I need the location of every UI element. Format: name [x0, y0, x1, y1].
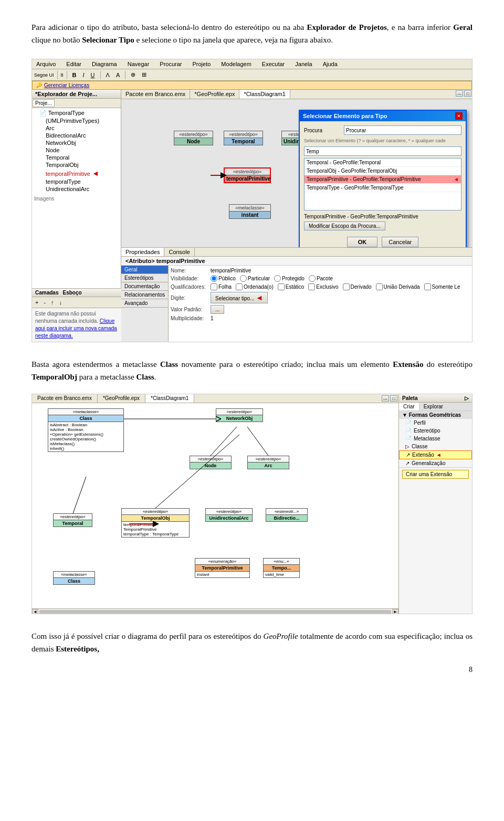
toolbar-italic-btn[interactable]: I: [81, 71, 87, 79]
props-chk-estatico[interactable]: Estático: [278, 283, 304, 290]
tree-item-temporalobj[interactable]: TemporalObj: [33, 161, 120, 169]
ide2-minimize-btn[interactable]: —: [382, 395, 389, 402]
hscroll-right-btn[interactable]: ►: [392, 609, 398, 615]
tree-item-temporaltype2[interactable]: temporalType: [33, 178, 120, 185]
toolbar-color-btn[interactable]: A: [114, 71, 122, 79]
dialog-item-temporalprimitive[interactable]: TemporalPrimitive - GeoProfile:TemporalP…: [304, 175, 461, 184]
props-chk-uniao[interactable]: União Derivada: [376, 283, 420, 290]
paleta-section-formas-header[interactable]: ▼ Formas Geométricas: [399, 411, 472, 419]
menu-diagrama[interactable]: Diagrama: [90, 60, 119, 68]
menu-ajuda[interactable]: Ajuda: [321, 60, 340, 68]
camadas-add-btn[interactable]: +: [33, 298, 40, 307]
props-selecionar-tipo-btn[interactable]: Selecionar tipo... ◄: [211, 292, 268, 303]
toolbar-lambda-btn[interactable]: Λ: [104, 71, 112, 79]
esboco-title[interactable]: Esboço: [62, 290, 81, 296]
menu-modelagem[interactable]: Modelagem: [219, 60, 253, 68]
menu-executar[interactable]: Executar: [260, 60, 287, 68]
props-sidebar-geral[interactable]: Geral: [121, 266, 168, 274]
license-text[interactable]: Gerenciar Licenças: [44, 82, 89, 88]
diagram2-connectors: [32, 403, 398, 608]
tab-maximize-btn[interactable]: □: [464, 90, 471, 97]
props-radio-publico[interactable]: Público: [211, 275, 236, 282]
dialog-search-input[interactable]: [344, 125, 461, 135]
toolbar-fit-btn[interactable]: ⊞: [140, 70, 149, 79]
props-chk-somente[interactable]: Somente Le: [424, 283, 460, 290]
tab-geoprofile[interactable]: *GeoProfile.epx: [190, 90, 239, 99]
dialog-scope-btn[interactable]: Modificar Escopo da Procura...: [304, 222, 385, 230]
menu-projeto[interactable]: Projeto: [191, 60, 213, 68]
toolbar-bold-btn[interactable]: B: [70, 71, 79, 79]
camadas-link[interactable]: Clique aqui para incluir uma nova camada…: [35, 318, 117, 339]
props-sidebar-avancado[interactable]: Avançado: [121, 299, 168, 308]
tree-item-temporaltype[interactable]: 📄 TemporalType: [33, 109, 120, 117]
toolbar-zoom-btn[interactable]: ⊕: [129, 70, 138, 79]
props-chk-derivado[interactable]: Derivado: [343, 283, 372, 290]
ide2-tab-pacote[interactable]: Pacote em Branco.emx: [32, 394, 98, 403]
toolbar-underline-btn[interactable]: U: [89, 71, 97, 79]
props-chk-ordenada[interactable]: Ordenada(o): [236, 283, 274, 290]
hscroll-left-btn[interactable]: ◄: [32, 609, 38, 615]
paleta-item-classe[interactable]: ▷ Classe: [399, 443, 472, 450]
camadas-title[interactable]: Camadas: [35, 290, 58, 296]
tab-spacer: [290, 90, 455, 99]
paleta-tab-criar[interactable]: Criar: [399, 403, 419, 410]
hscroll-track[interactable]: [39, 610, 391, 614]
camadas-remove-btn[interactable]: -: [41, 298, 48, 307]
tree-item-unidirectionalarc[interactable]: UnidirectionalArc: [33, 185, 120, 193]
dialog-list[interactable]: Temporal - GeoProfile:Temporal TemporalO…: [304, 158, 461, 210]
props-sidebar-documentacao[interactable]: Documentação: [121, 282, 168, 291]
props-radio-protegido[interactable]: Protegido: [274, 275, 304, 282]
tree-item-bidirectionalarc[interactable]: BidirectionalArc: [33, 132, 120, 139]
paleta-item-metaclasse[interactable]: 📄 Metaclasse: [399, 435, 472, 443]
camadas-up-btn[interactable]: ↑: [49, 298, 56, 307]
tree-item-temporal[interactable]: Temporal: [33, 154, 120, 161]
ide2-tab-geoprofile[interactable]: *GeoProfile.epx: [98, 394, 145, 403]
tree-item-temporalprimitive[interactable]: temporalPrimitive ◄: [33, 169, 120, 178]
paleta-tab-explorar[interactable]: Explorar: [419, 403, 447, 410]
ide2-tab-classdiagram[interactable]: *ClassDiagram1: [145, 394, 194, 403]
dialog-item-temporalobj[interactable]: TemporalObj - GeoProfile:TemporalObj: [304, 167, 461, 175]
camadas-down-btn[interactable]: ↓: [57, 298, 65, 307]
props-chk-exclusivo[interactable]: Exclusivo: [308, 283, 338, 290]
p1-bold2: Geral: [453, 23, 472, 31]
properties-panel: Propriedades Console <Atributo> temporal…: [121, 247, 472, 342]
tab-pacote[interactable]: Pacote em Branco.emx: [121, 90, 190, 99]
dialog-item-temporal[interactable]: Temporal - GeoProfile:Temporal: [304, 159, 461, 167]
menu-procurar[interactable]: Procurar: [158, 60, 184, 68]
dialog-close-btn[interactable]: ✕: [455, 112, 463, 120]
paleta-item-extensao[interactable]: ↗ Extensão ◄: [399, 450, 472, 459]
menu-arquivo[interactable]: Arquivo: [34, 60, 58, 68]
props-radio-pacote[interactable]: Pacote: [309, 275, 333, 282]
ide2-canvas[interactable]: «metaclasse» Class isAbstract : Boolean …: [32, 403, 398, 608]
ide2-maximize-btn[interactable]: □: [390, 395, 397, 402]
tab-minimize-btn[interactable]: —: [456, 90, 463, 97]
tree-item-arc[interactable]: Arc: [33, 124, 120, 132]
menu-editar[interactable]: Editar: [64, 60, 83, 68]
paleta-item-perfil[interactable]: 📄 Perfil: [399, 419, 472, 427]
dialog-cancel-btn[interactable]: Cancelar: [382, 237, 418, 247]
props-valorpadrao-btn[interactable]: ...: [211, 305, 224, 314]
diagram-canvas[interactable]: «estereótipo» Temporal «estereótipo» tem…: [121, 99, 472, 247]
explorer-tab-active[interactable]: Proje...: [33, 99, 55, 107]
camadas-header: Camadas Esboço: [32, 289, 121, 297]
props-chk-folha[interactable]: Folha: [211, 283, 232, 290]
props-sidebar-relacionamentos[interactable]: Relacionamentos: [121, 291, 168, 299]
menu-navegar[interactable]: Navegar: [125, 60, 152, 68]
tree-item-networkobj[interactable]: NetworkObj: [33, 139, 120, 146]
props-tab-console[interactable]: Console: [164, 248, 194, 256]
props-visibility-options: Público Particular Protegido Pacote: [211, 275, 333, 282]
props-sidebar-estereotipos[interactable]: Estereótipos: [121, 274, 168, 282]
dialog-item-temporaltype[interactable]: TemporalType - GeoProfile:TemporalType: [304, 184, 461, 192]
paleta-expand[interactable]: ▷: [465, 395, 469, 401]
dialog-ok-btn[interactable]: OK: [347, 237, 378, 247]
menu-janela[interactable]: Janela: [293, 60, 314, 68]
paleta-item-generalizacao[interactable]: ↗ Generalização: [399, 459, 472, 467]
tree-item-node[interactable]: Node: [33, 146, 120, 154]
props-tab-propriedades[interactable]: Propriedades: [121, 248, 164, 256]
tab-classdiagram[interactable]: *ClassDiagram1: [239, 90, 290, 99]
ide2-hscroll[interactable]: ◄ ►: [32, 608, 398, 614]
paleta-item-estereotipo[interactable]: 📄 Estereótipo: [399, 427, 472, 435]
props-radio-particular[interactable]: Particular: [240, 275, 270, 282]
tree-item-umlprimitive[interactable]: (UMLPrimitiveTypes): [33, 117, 120, 124]
dialog-search-value[interactable]: [304, 146, 461, 156]
